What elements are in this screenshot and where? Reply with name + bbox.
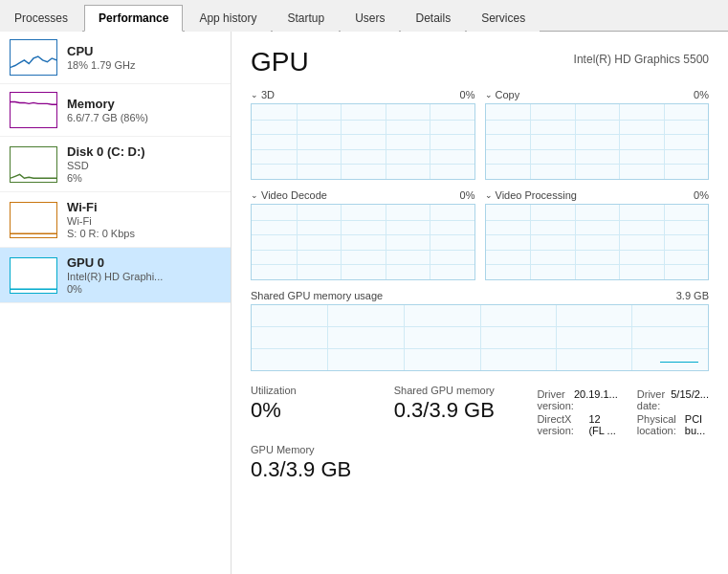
memory-stats: 6.6/7.7 GB (86%) bbox=[67, 112, 221, 123]
chevron-video-processing: ⌄ bbox=[485, 190, 493, 200]
chart-video-decode: ⌄ Video Decode 0% bbox=[251, 189, 475, 280]
chart-video-processing: ⌄ Video Processing 0% bbox=[485, 189, 710, 280]
disk-type: SSD bbox=[67, 160, 221, 171]
content-header: GPU Intel(R) HD Graphics 5500 bbox=[251, 47, 709, 77]
chart-3d-percent: 0% bbox=[460, 89, 475, 100]
sidebar-item-disk[interactable]: Disk 0 (C: D:) SSD 6% bbox=[0, 137, 231, 192]
memory-info: Memory 6.6/7.7 GB (86%) bbox=[67, 97, 221, 123]
shared-gpu-memory-value: 0.3/3.9 GB bbox=[394, 398, 538, 423]
chart-copy: ⌄ Copy 0% bbox=[485, 89, 710, 180]
cpu-thumbnail bbox=[10, 39, 57, 76]
chart-video-decode-percent: 0% bbox=[460, 189, 475, 201]
disk-info: Disk 0 (C: D:) SSD 6% bbox=[67, 144, 221, 184]
sidebar: CPU 18% 1.79 GHz Memory 6.6/7.7 GB (86%) bbox=[0, 32, 232, 574]
driver-date-key: Driver date: bbox=[637, 388, 671, 411]
directx-val: 12 (FL ... bbox=[588, 413, 617, 436]
memory-name: Memory bbox=[67, 97, 221, 111]
gpu-title: GPU bbox=[251, 47, 309, 77]
tab-services[interactable]: Services bbox=[467, 5, 540, 32]
physical-location-key: Physical location: bbox=[637, 413, 685, 436]
utilization-col: Utilization 0% bbox=[251, 385, 394, 436]
memory-thumbnail bbox=[10, 92, 57, 128]
chart-video-decode-box bbox=[251, 204, 475, 280]
shared-gpu-memory-col: Shared GPU memory 0.3/3.9 GB bbox=[394, 385, 538, 436]
shared-mem-value: 3.9 GB bbox=[676, 290, 709, 301]
chart-video-processing-percent: 0% bbox=[694, 189, 709, 201]
wifi-thumbnail bbox=[10, 202, 57, 238]
gpu-memory-label: GPU Memory bbox=[251, 444, 709, 455]
chevron-copy: ⌄ bbox=[485, 90, 493, 99]
disk-name: Disk 0 (C: D:) bbox=[67, 144, 221, 159]
utilization-value: 0% bbox=[251, 398, 394, 423]
tab-app-history[interactable]: App history bbox=[185, 5, 271, 32]
sidebar-item-wifi[interactable]: Wi-Fi Wi-Fi S: 0 R: 0 Kbps bbox=[0, 192, 231, 248]
chart-video-processing-box bbox=[485, 204, 710, 280]
tab-startup[interactable]: Startup bbox=[273, 5, 339, 32]
driver-version-key: Driver version: bbox=[537, 388, 574, 411]
disk-usage: 6% bbox=[67, 172, 221, 184]
detail-directx: DirectX version: 12 (FL ... bbox=[537, 413, 617, 436]
gpu-memory-value: 0.3/3.9 GB bbox=[251, 457, 709, 482]
driver-version-val: 20.19.1... bbox=[574, 388, 618, 411]
gpu-thumbnail bbox=[10, 257, 57, 294]
gpu-usage: 0% bbox=[67, 283, 221, 295]
stats-row: Utilization 0% Shared GPU memory 0.3/3.9… bbox=[251, 385, 709, 436]
chart-video-processing-label: Video Processing bbox=[496, 189, 577, 201]
details-col: Driver version: 20.19.1... Driver date: … bbox=[537, 385, 709, 436]
physical-location-val: PCI bu... bbox=[685, 413, 709, 436]
gpu-usage-line bbox=[660, 362, 698, 363]
content-area: GPU Intel(R) HD Graphics 5500 ⌄ 3D 0% bbox=[232, 32, 728, 574]
tab-users[interactable]: Users bbox=[341, 5, 399, 32]
chart-copy-percent: 0% bbox=[694, 89, 709, 100]
shared-gpu-memory-label: Shared GPU memory bbox=[394, 385, 538, 396]
chart-3d-box bbox=[251, 103, 475, 180]
sidebar-item-gpu[interactable]: GPU 0 Intel(R) HD Graphi... 0% bbox=[0, 248, 231, 303]
sidebar-item-memory[interactable]: Memory 6.6/7.7 GB (86%) bbox=[0, 84, 231, 137]
main-area: CPU 18% 1.79 GHz Memory 6.6/7.7 GB (86%) bbox=[0, 32, 728, 574]
chart-3d: ⌄ 3D 0% bbox=[251, 89, 475, 180]
tab-bar: Processes Performance App history Startu… bbox=[0, 0, 728, 32]
disk-thumbnail bbox=[10, 146, 57, 183]
detail-driver-version: Driver version: 20.19.1... bbox=[537, 388, 617, 411]
tab-processes[interactable]: Processes bbox=[0, 5, 82, 32]
cpu-stats: 18% 1.79 GHz bbox=[67, 59, 221, 71]
cpu-info: CPU 18% 1.79 GHz bbox=[67, 44, 221, 71]
charts-grid: ⌄ 3D 0% bbox=[251, 89, 709, 280]
tab-performance[interactable]: Performance bbox=[84, 5, 183, 32]
driver-date-val: 5/15/2... bbox=[671, 388, 709, 411]
details-table: Driver version: 20.19.1... Driver date: … bbox=[537, 388, 709, 436]
gpu-info: GPU 0 Intel(R) HD Graphi... 0% bbox=[67, 255, 221, 295]
shared-mem-block: Shared GPU memory usage 3.9 GB bbox=[251, 290, 709, 371]
wifi-type: Wi-Fi bbox=[67, 215, 221, 227]
shared-mem-label: Shared GPU memory usage bbox=[251, 290, 383, 301]
gpu-model-name: Intel(R) HD Graphics 5500 bbox=[574, 53, 709, 66]
sidebar-item-cpu[interactable]: CPU 18% 1.79 GHz bbox=[0, 32, 231, 84]
chart-video-decode-label: Video Decode bbox=[261, 189, 327, 201]
cpu-name: CPU bbox=[67, 44, 221, 58]
chart-3d-label: 3D bbox=[261, 89, 275, 100]
shared-mem-chart bbox=[251, 304, 709, 371]
tab-details[interactable]: Details bbox=[401, 5, 465, 32]
wifi-name: Wi-Fi bbox=[67, 200, 221, 214]
chevron-3d: ⌄ bbox=[251, 90, 258, 99]
utilization-label: Utilization bbox=[251, 385, 394, 396]
detail-driver-date: Driver date: 5/15/2... bbox=[637, 388, 709, 411]
gpu-model: Intel(R) HD Graphi... bbox=[67, 271, 221, 282]
chart-copy-box bbox=[485, 103, 710, 180]
gpu-memory-section: GPU Memory 0.3/3.9 GB bbox=[251, 444, 709, 482]
chevron-video-decode: ⌄ bbox=[251, 190, 258, 200]
gpu-name: GPU 0 bbox=[67, 255, 221, 270]
wifi-speed: S: 0 R: 0 Kbps bbox=[67, 228, 221, 239]
directx-key: DirectX version: bbox=[537, 413, 588, 436]
detail-physical-location: Physical location: PCI bu... bbox=[637, 413, 709, 436]
wifi-info: Wi-Fi Wi-Fi S: 0 R: 0 Kbps bbox=[67, 200, 221, 239]
chart-copy-label: Copy bbox=[496, 89, 520, 100]
